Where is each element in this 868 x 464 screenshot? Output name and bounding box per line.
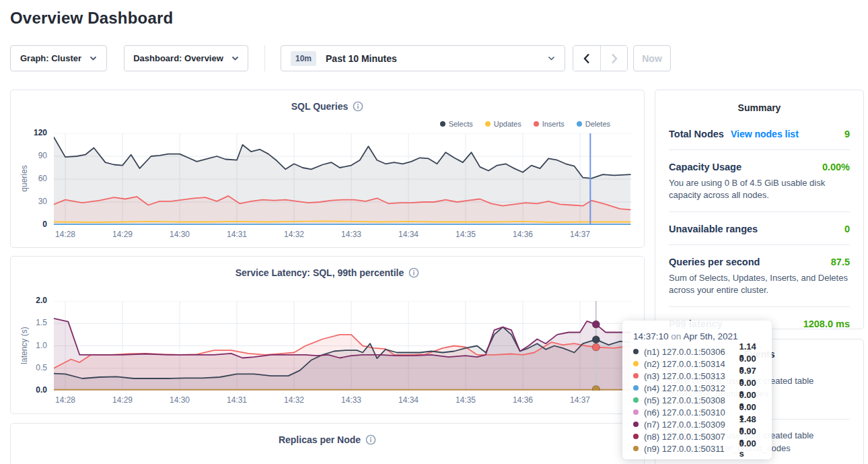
chevron-down-icon [231,56,239,61]
chart-legend: SelectsUpdatesInsertsDeletes [440,120,610,128]
page-title: Overview Dashboard [10,9,173,28]
chart-title: Replicas per Node [11,434,644,445]
node-label: (n9) 127.0.0.1:50311 [644,444,735,454]
summary-value: 9 [844,129,850,139]
next-time-button[interactable] [600,46,627,71]
series-dot-icon [633,373,639,378]
summary-value: 0.00% [822,162,850,172]
chart-plot[interactable] [54,133,632,225]
y-tick-label: 0.0 [15,385,47,395]
x-tick-label: 14:30 [161,230,198,239]
series-dot-icon [633,349,639,354]
x-tick-label: 14:32 [275,230,313,239]
now-button-label: Now [642,53,662,64]
hover-dot [592,321,600,328]
node-label: (n2) 127.0.0.1:50314 [644,359,735,369]
chart-title: SQL Queries [11,101,644,112]
legend-item[interactable]: Updates [485,120,521,128]
y-axis-unit-label: latency (s) [20,305,29,386]
summary-value: 1208.0 ms [803,319,850,329]
chevron-left-icon [583,53,590,64]
node-label: (n8) 127.0.0.1:50307 [644,432,735,442]
chevron-down-icon [89,56,97,61]
legend-label: Selects [449,120,473,128]
series-dot-icon [633,385,639,391]
series-dot-icon [633,446,639,451]
dashboard-dropdown[interactable]: Dashboard: Overview [124,45,248,71]
info-icon[interactable] [365,434,376,445]
now-button[interactable]: Now [633,45,671,71]
latency-value: 0.00 s [739,438,763,459]
y-tick-label: 0 [15,220,47,229]
time-range-picker[interactable]: 10m Past 10 Minutes [281,45,565,71]
sql-queries-chart-card: SQL Queries SelectsUpdatesInsertsDeletes… [10,90,645,248]
summary-row-qps: Queries per second 87.5 Sum of Selects, … [669,245,850,307]
x-tick-label: 14:37 [561,395,599,405]
summary-value: 0 [844,224,850,234]
chart-title: Service Latency: SQL, 99th percentile [11,267,644,278]
prev-time-button[interactable] [573,46,600,71]
summary-label: Queries per second [669,257,760,267]
legend-dot-icon [440,121,445,127]
x-tick-label: 14:28 [46,230,84,239]
node-label: (n5) 127.0.0.1:50308 [644,395,735,405]
series-dot-icon [633,397,639,403]
y-axis-unit-label: queries [20,138,29,219]
legend-item[interactable]: Inserts [534,120,565,128]
replicas-per-node-chart-card: Replicas per Node [10,423,645,464]
x-tick-label: 14:31 [218,395,256,405]
x-tick-label: 14:32 [275,395,313,405]
x-tick-label: 14:37 [561,230,599,239]
x-tick-label: 14:34 [390,395,427,405]
chart-title-text: Service Latency: SQL, 99th percentile [236,267,404,278]
legend-label: Deletes [585,120,610,128]
summary-label: Capacity Usage [669,162,742,172]
summary-panel: Summary Total Nodes View nodes list 9 Ca… [655,90,864,329]
x-tick-label: 14:28 [46,395,84,405]
x-tick-label: 14:31 [218,230,256,239]
info-icon[interactable] [408,267,419,278]
dashboard-dropdown-label: Dashboard: Overview [133,53,223,63]
info-icon[interactable] [353,101,363,112]
time-nav-buttons [573,45,628,71]
x-tick-label: 14:35 [447,395,484,405]
chart-title-text: Replicas per Node [279,434,361,445]
summary-row-capacity: Capacity Usage 0.00% You are using 0 B o… [669,150,850,212]
hover-dot [592,336,600,343]
tooltip-date: Apr 5th, 2021 [683,331,737,341]
legend-item[interactable]: Deletes [577,120,610,128]
chart-tooltip: 14:37:10 on Apr 5th, 2021 (n1) 127.0.0.1… [622,321,772,459]
chart-plot[interactable] [54,301,632,391]
summary-label: Unavailable ranges [669,224,758,234]
legend-item[interactable]: Selects [440,120,473,128]
time-range-label: Past 10 Minutes [326,53,548,64]
x-tick-label: 14:35 [447,230,484,239]
summary-title: Summary [669,102,850,113]
x-tick-label: 14:29 [104,230,141,239]
service-latency-chart-card: Service Latency: SQL, 99th percentile 0.… [10,256,645,414]
chart-title-text: SQL Queries [291,101,349,112]
x-tick-label: 14:30 [161,395,198,405]
x-tick-label: 14:36 [504,230,542,239]
y-tick-label: 120 [15,128,47,137]
overview-dashboard-page: Overview Dashboard Graph: Cluster Dashbo… [0,0,868,464]
x-tick-label: 14:34 [390,230,427,239]
node-label: (n4) 127.0.0.1:50312 [644,383,735,393]
tooltip-row: (n9) 127.0.0.1:503110.00 s [633,442,762,455]
view-nodes-link[interactable]: View nodes list [731,129,799,139]
graph-dropdown[interactable]: Graph: Cluster [10,45,107,71]
x-tick-label: 14:36 [504,395,542,405]
legend-label: Inserts [542,120,565,128]
summary-row-total-nodes: Total Nodes View nodes list 9 [669,117,850,150]
hover-dot [592,386,600,391]
x-tick-label: 14:29 [104,395,141,405]
summary-value: 87.5 [831,257,850,267]
summary-row-unavailable-ranges: Unavailable ranges 0 [669,212,850,245]
summary-desc: Sum of Selects, Updates, Inserts, and De… [669,272,850,296]
hover-dot [592,343,600,351]
legend-dot-icon [485,121,491,127]
y-tick-label: 2.0 [15,296,47,305]
node-label: (n6) 127.0.0.1:50310 [644,407,735,418]
tooltip-on: on [671,331,681,341]
tooltip-time: 14:37:10 [633,331,669,341]
